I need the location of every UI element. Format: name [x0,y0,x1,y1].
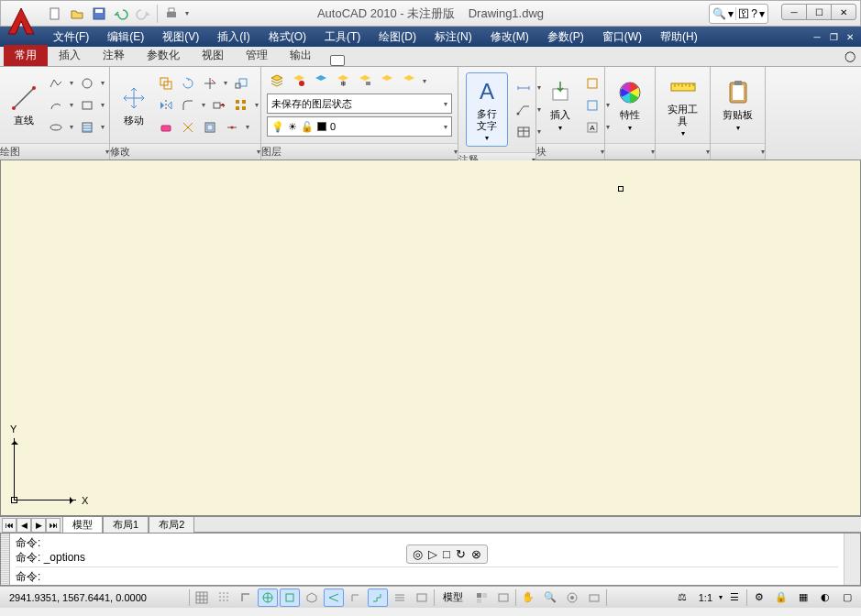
infocenter[interactable]: 🔍 ▾ ⚿ ? ▾ [709,4,768,24]
qp-icon[interactable] [412,588,432,607]
layer-lock-icon[interactable] [355,71,375,91]
dyn-icon[interactable] [368,588,388,607]
array-icon[interactable] [231,95,251,116]
record-icon[interactable]: ◎ [413,547,423,561]
pan-icon[interactable]: ✋ [518,588,538,607]
tab-manage[interactable]: 管理 [235,45,279,66]
insert-block-button[interactable]: 插入 ▾ [542,76,579,133]
layout-tab-2[interactable]: 布局2 [149,517,194,534]
line-button[interactable]: 直线 [6,82,42,128]
scale-icon[interactable] [231,73,251,94]
save-icon[interactable] [89,4,109,24]
help-icon[interactable]: ? [751,7,757,20]
mtext-button[interactable]: A 多行 文字 ▾ [469,75,505,144]
close-float-icon[interactable]: ⊗ [471,547,481,561]
snap-icon[interactable] [192,588,212,607]
layer-freeze-icon[interactable]: ❄ [333,71,353,91]
tab-view[interactable]: 视图 [191,45,235,66]
play-icon[interactable]: ▷ [428,547,437,561]
layout-tab-1[interactable]: 布局1 [103,517,149,534]
trim-icon[interactable] [200,73,220,94]
rotate-icon[interactable] [178,73,198,94]
workspace-icon[interactable]: ⚙ [749,588,769,607]
hardware-icon[interactable]: ▦ [793,588,813,607]
edit-block-icon[interactable] [582,95,602,116]
menu-dim[interactable]: 标注(N) [425,27,481,47]
erase-icon[interactable] [156,117,176,138]
new-icon[interactable] [45,4,65,24]
arc-icon[interactable] [46,95,66,116]
grid-icon[interactable] [214,588,234,607]
ribbon-collapse[interactable]: ◯ [844,50,855,62]
scale-button[interactable]: 1:1 [694,588,717,607]
ducs-icon[interactable] [346,588,366,607]
menu-file[interactable]: 文件(F) [44,27,98,47]
menu-param[interactable]: 参数(P) [538,27,593,47]
layer-state-combo[interactable]: 未保存的图层状态▾ [267,94,452,114]
osnap3d-icon[interactable] [302,588,322,607]
stretch-icon[interactable] [209,95,229,116]
maximize-button[interactable]: ☐ [806,4,832,20]
explode-icon[interactable] [178,117,198,138]
layout-prev[interactable]: ◀ [17,518,31,533]
menu-insert[interactable]: 插入(I) [208,27,259,47]
layer-iso-icon[interactable] [311,71,331,91]
drawing-area[interactable]: Y X [0,160,861,516]
isolate-icon[interactable]: ◐ [815,588,835,607]
table-icon[interactable] [513,122,534,142]
dim-icon[interactable] [513,78,534,98]
rect-icon[interactable] [77,95,97,116]
polyline-icon[interactable] [46,73,66,94]
layer-misc2-icon[interactable] [399,71,419,91]
mail-icon[interactable] [330,55,345,66]
lock-ui-icon[interactable]: 🔒 [771,588,791,607]
join-icon[interactable] [222,117,242,138]
close-button[interactable]: ✕ [831,4,856,20]
tab-annotate[interactable]: 注释 [92,45,136,66]
layer-props-icon[interactable] [267,71,287,91]
coordinates[interactable]: 2941.9351, 1567.6441, 0.0000 [4,592,187,603]
command-window[interactable]: 命令: 命令: _options 命令: ◎ ▷ □ ↻ ⊗ [0,533,861,586]
leader-icon[interactable] [513,100,534,120]
annoscale-icon[interactable]: ⚖ [672,588,692,607]
qview-dwg-icon[interactable] [493,588,513,607]
qat-dropdown[interactable]: ▾ [183,9,191,17]
layer-combo[interactable]: 💡 ☀ 🔓 0▾ [267,116,452,137]
layout-next[interactable]: ▶ [31,518,46,533]
stop-icon[interactable]: □ [443,547,450,561]
layer-misc-icon[interactable] [377,71,397,91]
create-block-icon[interactable] [582,73,602,94]
layout-first[interactable]: ⏮ [2,518,17,533]
lwt-icon[interactable] [390,588,410,607]
menu-help[interactable]: 帮助(H) [651,27,707,47]
wheel-icon[interactable] [562,588,582,607]
qview-layouts-icon[interactable] [471,588,491,607]
menu-edit[interactable]: 编辑(E) [98,27,153,47]
tab-insert[interactable]: 插入 [48,45,92,66]
copy-icon[interactable] [156,73,176,94]
annovisibility-icon[interactable]: ☰ [724,588,745,607]
menu-draw[interactable]: 绘图(D) [370,27,425,47]
mdi-restore[interactable]: ❐ [826,30,841,43]
menu-modify[interactable]: 修改(M) [481,27,538,47]
modelspace-button[interactable]: 模型 [436,588,469,607]
refresh-icon[interactable]: ↻ [456,547,466,561]
tab-output[interactable]: 输出 [279,45,323,66]
menu-window[interactable]: 窗口(W) [593,27,651,47]
menu-format[interactable]: 格式(O) [259,27,315,47]
showmotion-icon[interactable] [584,588,604,607]
measure-button[interactable]: 实用工具 ▾ [661,71,704,139]
menu-tools[interactable]: 工具(T) [315,27,370,47]
nav-float[interactable]: ◎ ▷ □ ↻ ⊗ [406,544,488,564]
layout-last[interactable]: ⏭ [46,518,61,533]
osnap-icon[interactable] [280,588,300,607]
menu-view[interactable]: 视图(V) [153,27,208,47]
hatch-icon[interactable] [77,117,97,138]
properties-button[interactable]: 特性 ▾ [612,76,648,133]
fillet-icon[interactable] [178,95,198,116]
minimize-button[interactable]: ─ [781,4,807,20]
layer-off-icon[interactable] [289,71,309,91]
circle-icon[interactable] [77,73,97,94]
ortho-icon[interactable] [236,588,256,607]
layout-tab-model[interactable]: 模型 [62,517,103,534]
